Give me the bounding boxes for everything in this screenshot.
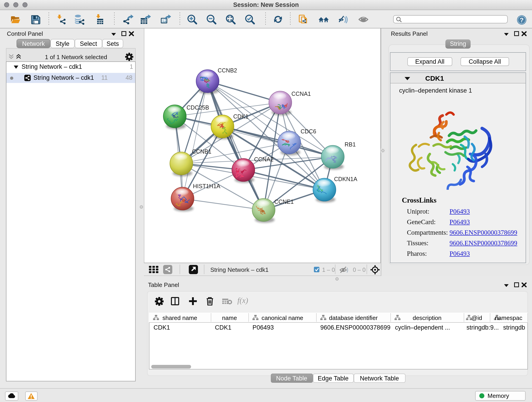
svg-text:RB1: RB1 <box>345 141 356 148</box>
svg-text:CDC25B: CDC25B <box>186 104 209 111</box>
svg-text:HIST1H1A: HIST1H1A <box>193 183 220 189</box>
svg-text:?: ? <box>520 17 524 24</box>
svg-text:CDKN1A: CDKN1A <box>334 176 357 182</box>
svg-text:CCNA2: CCNA2 <box>254 156 273 162</box>
svg-text:CCNB2: CCNB2 <box>218 67 237 74</box>
svg-text:CDK1: CDK1 <box>233 113 249 120</box>
svg-text:CCNE1: CCNE1 <box>274 198 294 205</box>
svg-text:CCNA1: CCNA1 <box>291 90 311 97</box>
svg-text:CCNB1: CCNB1 <box>192 148 211 155</box>
svg-text:CDC6: CDC6 <box>301 128 316 134</box>
